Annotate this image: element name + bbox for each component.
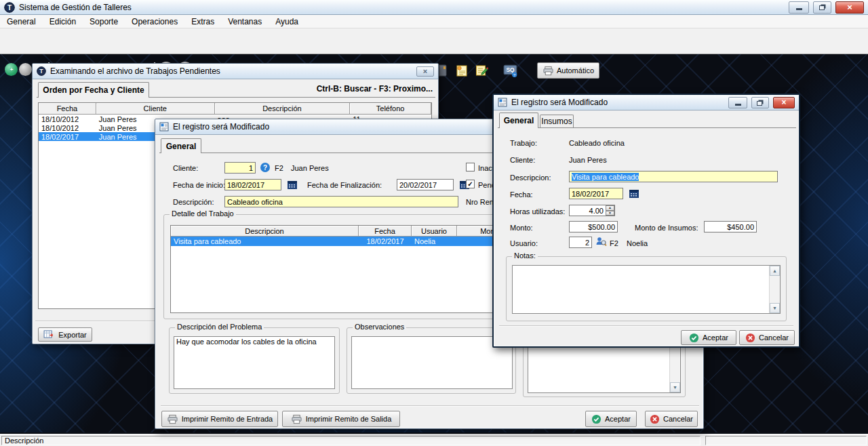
window-registro-detalle: El registro será Modificado × General In… bbox=[492, 94, 800, 348]
win1-grid-header: Fecha Cliente Descripción Teléfono bbox=[39, 103, 431, 115]
col-descripcion[interactable]: Descripcion bbox=[171, 226, 359, 236]
menubar: General Edición Soporte Operaciones Extr… bbox=[0, 15, 868, 28]
trabajo-label: Trabajo: bbox=[510, 139, 537, 147]
usuario-input[interactable]: 2 bbox=[569, 237, 592, 248]
col-fecha[interactable]: Fecha bbox=[39, 103, 96, 114]
notas-textarea[interactable] bbox=[512, 265, 781, 314]
fecha-fin-input[interactable]: 20/02/2017 bbox=[397, 179, 454, 190]
sql-help-icon[interactable]: SQ? bbox=[502, 62, 519, 79]
check-circle-icon bbox=[591, 414, 601, 424]
cancelar-button[interactable]: Cancelar bbox=[739, 330, 795, 345]
automatic-print-button[interactable]: Automático bbox=[537, 62, 599, 79]
win2-tab-general[interactable]: General bbox=[161, 138, 201, 153]
observaciones-group: Observaciones bbox=[347, 327, 516, 394]
app-logo-icon: T bbox=[4, 2, 15, 13]
win1-close-button[interactable]: × bbox=[416, 66, 434, 77]
menu-general[interactable]: General bbox=[0, 16, 43, 28]
cancelar-button[interactable]: Cancelar bbox=[645, 411, 698, 427]
descripcion-input[interactable]: Cableado oficina bbox=[224, 196, 458, 207]
pendiente-checkbox[interactable]: ✓ bbox=[466, 180, 475, 188]
cliente-label: Cliente: bbox=[510, 156, 535, 164]
descripcion-label: Descripción: bbox=[173, 198, 214, 206]
horas-spinner[interactable]: ▲ ▼ bbox=[606, 205, 614, 216]
calendar-icon[interactable] bbox=[287, 180, 298, 190]
fecha-inicio-input[interactable]: 18/02/2017 bbox=[224, 179, 281, 190]
observaciones-legend: Observaciones bbox=[353, 323, 406, 331]
win1-titlebar[interactable]: T Examinando el archivo de Trabajos Pend… bbox=[33, 64, 438, 79]
fecha-fin-label: Fecha de Finalización: bbox=[307, 181, 382, 189]
aceptar-button[interactable]: Aceptar bbox=[585, 411, 637, 427]
col-cliente[interactable]: Cliente bbox=[96, 103, 215, 114]
win3-tab-general[interactable]: General bbox=[499, 113, 538, 128]
menu-soporte[interactable]: Soporte bbox=[83, 16, 125, 28]
add-icon[interactable]: + bbox=[5, 63, 18, 76]
fecha-inicio-label: Fecha de inicio: bbox=[173, 181, 225, 189]
notes-icon[interactable] bbox=[454, 62, 470, 79]
x-circle-icon bbox=[745, 333, 755, 343]
export-icon bbox=[43, 330, 55, 339]
editor-pencil-icon[interactable] bbox=[473, 62, 490, 79]
win3-minimize-button[interactable] bbox=[728, 97, 747, 108]
win3-separator bbox=[499, 325, 793, 327]
app-titlebar[interactable]: T Sistema de Gestión de Talleres × bbox=[0, 0, 868, 15]
win3-titlebar[interactable]: El registro será Modificado × bbox=[494, 95, 799, 110]
usuario-nombre: Noelia bbox=[627, 239, 648, 247]
col-fecha[interactable]: Fecha bbox=[359, 226, 412, 236]
user-search-icon[interactable] bbox=[595, 236, 607, 247]
observaciones-textarea[interactable] bbox=[351, 336, 513, 389]
aceptar-button[interactable]: Aceptar bbox=[681, 330, 736, 345]
imprimir-salida-button[interactable]: Imprimir Remito de Salida bbox=[282, 411, 400, 427]
fecha-input[interactable]: 18/02/2017 bbox=[569, 188, 623, 199]
cliente-input[interactable]: 1 bbox=[224, 162, 256, 174]
printer-icon bbox=[542, 66, 554, 76]
win3-tab-insumos[interactable]: Insumos bbox=[540, 115, 574, 127]
calendar-icon[interactable] bbox=[629, 188, 639, 199]
win3-restore-button[interactable] bbox=[751, 97, 769, 108]
insumos-input[interactable]: $450.00 bbox=[704, 221, 757, 232]
descripcion-label: Descripcion: bbox=[510, 174, 551, 182]
export-button[interactable]: Exportar bbox=[38, 327, 92, 342]
scroll-down-icon[interactable]: ▼ bbox=[770, 303, 780, 313]
notas-scrollbar[interactable]: ▲ ▼ bbox=[769, 266, 780, 313]
monto-label: Monto: bbox=[510, 224, 533, 232]
win3-close-button[interactable]: × bbox=[773, 97, 795, 108]
menu-extras[interactable]: Extras bbox=[184, 16, 221, 28]
win1-tab-orden[interactable]: Orden por Fecha y Cliente bbox=[38, 82, 149, 98]
statusbar-panel-descripcion: Descripción bbox=[1, 436, 701, 445]
app-minimize-button[interactable] bbox=[789, 1, 809, 14]
horas-label: Horas utilizadas: bbox=[510, 207, 565, 216]
spin-up-icon[interactable]: ▲ bbox=[606, 205, 614, 211]
menu-ayuda[interactable]: Ayuda bbox=[269, 16, 305, 28]
aceptar-label: Aceptar bbox=[605, 415, 631, 423]
inactivo-checkbox[interactable] bbox=[466, 163, 475, 171]
col-descripcion[interactable]: Descripción bbox=[215, 103, 351, 114]
app-close-button[interactable]: × bbox=[835, 1, 864, 14]
problema-textarea[interactable]: Hay que acomodar los cables de la oficin… bbox=[174, 336, 335, 389]
check-circle-icon bbox=[689, 333, 699, 343]
col-telefono[interactable]: Teléfono bbox=[350, 103, 431, 114]
descripcion-input[interactable]: Visita para cableado bbox=[569, 171, 778, 182]
cancelar-label: Cancelar bbox=[663, 415, 693, 423]
fecha-label: Fecha: bbox=[510, 190, 533, 199]
app-restore-button[interactable] bbox=[813, 1, 831, 14]
svg-text:?: ? bbox=[513, 73, 515, 77]
scroll-down-icon[interactable]: ▼ bbox=[670, 382, 680, 392]
notas-group: Notas: ▲ ▼ bbox=[506, 256, 787, 321]
imprimir-entrada-button[interactable]: Imprimir Remito de Entrada bbox=[161, 411, 278, 427]
statusbar-panel-2 bbox=[705, 436, 867, 445]
insumos-label: Monto de Insumos: bbox=[635, 224, 698, 232]
col-usuario[interactable]: Usuario bbox=[412, 226, 457, 236]
app-logo-icon: T bbox=[37, 66, 46, 76]
printer-icon bbox=[167, 414, 178, 424]
toolbar: + − |◀ ◀ ? ▶ ▶▶ ▶| bbox=[0, 28, 868, 54]
monto-input[interactable]: $500.00 bbox=[569, 221, 618, 232]
imprimir-entrada-label: Imprimir Remito de Entrada bbox=[182, 415, 273, 423]
menu-operaciones[interactable]: Operaciones bbox=[125, 16, 184, 28]
f2-hint: F2 bbox=[610, 239, 618, 247]
spin-down-icon[interactable]: ▼ bbox=[606, 211, 614, 216]
menu-edicion[interactable]: Edición bbox=[43, 16, 83, 28]
help-circle-icon[interactable]: ? bbox=[260, 162, 271, 173]
disabled-icon bbox=[19, 63, 32, 76]
menu-ventanas[interactable]: Ventanas bbox=[221, 16, 269, 28]
scroll-up-icon[interactable]: ▲ bbox=[770, 266, 780, 276]
